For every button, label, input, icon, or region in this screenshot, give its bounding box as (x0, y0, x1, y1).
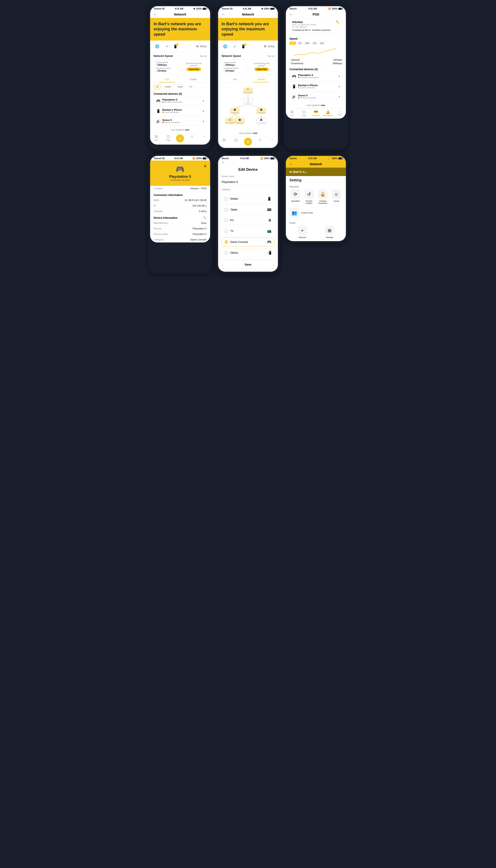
device-item-sonos[interactable]: 🔊 Sonos 5 Wrong connection › (154, 117, 206, 126)
nav-payments-3[interactable]: 💳 Payments (310, 110, 322, 117)
nav-more[interactable]: ··· (198, 135, 210, 142)
svg-text:3: 3 (230, 116, 231, 118)
ps5-dot (162, 102, 164, 103)
radio-game-console (224, 240, 228, 244)
usage-label-3: Usage (301, 114, 307, 117)
check-line-button-2[interactable]: Check line (254, 67, 269, 71)
svg-text:⬛: ⬛ (239, 119, 241, 121)
see-all-link-2[interactable]: See all (268, 55, 275, 57)
sonos-icon: 🔊 (156, 119, 160, 123)
globe-icon-2[interactable]: 🌐 (222, 43, 229, 50)
time-7d[interactable]: 7d (297, 42, 303, 45)
filter-mobile[interactable]: Mobile (162, 84, 173, 89)
add-pod-item[interactable]: + Add pod (290, 226, 315, 238)
device-name-value[interactable]: Playstation 5 (222, 179, 275, 186)
tab-list-2[interactable]: List (222, 76, 248, 82)
back-button-5[interactable]: ← (290, 162, 293, 166)
hero-section-2: In Bart's network you are enjoying the m… (218, 18, 278, 41)
battery-icon-4 (270, 157, 274, 159)
nav-start[interactable]: ⊟ Start (150, 135, 162, 142)
cat-tablet[interactable]: Tablet 📟 (222, 205, 275, 214)
see-all-link[interactable]: See all (200, 55, 206, 57)
manage-item[interactable]: ⊞ Manage (317, 226, 342, 238)
nav-start-3[interactable]: ⊟ Start (286, 110, 298, 117)
nav-face-2[interactable]: ☺ (254, 138, 266, 146)
ps5-icon-3: 🎮 (292, 74, 296, 78)
category-field: Category (218, 188, 278, 194)
nav-more-3[interactable]: ··· More (334, 110, 346, 117)
more-label-3: More (338, 114, 342, 116)
screen5-phone: Sketch 9:41 AM 📶 100% ← Network In Bart'… (284, 154, 347, 243)
create-guest-item[interactable]: 👥 Create Guest (290, 208, 342, 218)
network-speed-section: Network Speed See all Upload speed ↑ 200… (150, 52, 210, 76)
device-list-1: 🎮 Playstation 5 Excellent connection › 📱… (150, 96, 210, 126)
change-password-item[interactable]: 🔒 Change Password (317, 189, 329, 204)
others-label: Others (230, 251, 238, 254)
sacan-item[interactable]: ☺ Sacan (330, 189, 342, 204)
time-30d[interactable]: 30d (304, 42, 310, 45)
time-3m[interactable]: 3m (312, 42, 318, 45)
filter-pc[interactable]: PC (187, 84, 195, 89)
sacan-label: Sacan (334, 200, 339, 202)
cat-mobile[interactable]: Mobile 📱 (222, 194, 275, 203)
tablet-badge[interactable]: 📱 5 (173, 44, 177, 48)
device-item-iphone[interactable]: 📱 Bastian's iPhone Good connection › (154, 107, 206, 115)
svg-text:📶: 📶 (247, 88, 249, 90)
check-line-button[interactable]: Check line (186, 67, 201, 71)
cat-tv[interactable]: TV 📺 (222, 227, 275, 236)
back-button-3[interactable]: ← (290, 12, 293, 16)
cat-pc[interactable]: PC 🖥 (222, 216, 275, 225)
bottom-nav-2: ⊟ ◫ ⊙ ☺ ··· (218, 136, 278, 148)
restart-modem-icon: ↺ (304, 189, 314, 199)
nav-home-2[interactable]: ⊙ (242, 138, 254, 146)
close-button[interactable]: ✕ (204, 164, 206, 168)
filter-tablet[interactable]: Tablet (175, 84, 185, 89)
setting-button[interactable]: ⚙ Setting (196, 45, 206, 48)
last-updated-2: Last updated: now (218, 130, 278, 136)
device-item-ps5-3[interactable]: 🎮 Playstation 5 Excellent connection › (290, 72, 342, 81)
iphone-chevron: › (203, 109, 204, 113)
svg-text:1: 1 (239, 116, 240, 118)
download-label: ↓ Download: (290, 62, 304, 65)
cat-game-console[interactable]: Game Console 🎮 (222, 237, 275, 246)
setting-button-2[interactable]: ⚙ Setting (264, 45, 274, 48)
location-label: Location (154, 187, 163, 190)
save-button[interactable]: Save (222, 260, 275, 269)
globe-icon[interactable]: 🌐 (154, 43, 161, 50)
time-6m[interactable]: 6m (319, 42, 325, 45)
tab-graph[interactable]: Graph (180, 76, 206, 82)
back-button-4[interactable]: ← (222, 160, 225, 164)
time-24h[interactable]: 24h (290, 42, 296, 45)
back-button-2[interactable]: ← (222, 12, 225, 16)
nav-start-2[interactable]: ⊟ (218, 138, 230, 146)
edit-device-icon[interactable]: ✏️ (203, 216, 206, 219)
speedtest-item[interactable]: ⟳ Speedtest (290, 189, 301, 204)
filter-all[interactable]: All (154, 84, 161, 89)
device-item-sonos-3[interactable]: 🔊 Sonos 5 Wrong connection › (290, 92, 342, 101)
nav-more-2[interactable]: ··· (266, 138, 278, 146)
restart-modem-item[interactable]: ↺ Restart modem (303, 189, 315, 204)
location-row: Location Kitchen – POD (150, 186, 210, 191)
device-item-iphone-3[interactable]: 📱 Bastian's iPhone Good connection › (290, 82, 342, 91)
manage-icon: ⊞ (325, 226, 335, 235)
sonos-name-3: Sonos 5 (298, 94, 316, 97)
nav-notifications-3[interactable]: 🔔 Notifications (322, 110, 334, 117)
nav-usage-3[interactable]: ◫ Usage (298, 110, 310, 117)
battery-1: ✱ 100% (193, 7, 206, 10)
tab-graph-2[interactable]: Graph (248, 76, 274, 82)
tablet-badge-2[interactable]: 📱 5 (241, 44, 246, 48)
nav-home[interactable]: ⊙ (174, 135, 186, 142)
tab-list[interactable]: List (154, 76, 180, 82)
nav-usage-2[interactable]: ◫ (230, 138, 242, 146)
back-button-1[interactable]: ← (154, 12, 157, 16)
radio-mobile (224, 197, 228, 201)
nav-face[interactable]: ☺ (186, 135, 198, 142)
device-item-ps5[interactable]: 🎮 Playstation 5 Excellent connection › (154, 96, 206, 105)
usage-icon-3: ◫ (302, 110, 306, 114)
cat-others[interactable]: Others 📲 (222, 248, 275, 257)
edit-icon-pod[interactable]: ✏️ (336, 20, 339, 24)
nav-usage[interactable]: ◫ Usage (162, 135, 174, 142)
upload-card-2: Upload speed ↑ 200kbps Download speed ↓ … (222, 59, 247, 74)
start-icon-2: ⊟ (222, 138, 226, 142)
pod-ip: IP: 192.168.68.1 (292, 26, 339, 28)
